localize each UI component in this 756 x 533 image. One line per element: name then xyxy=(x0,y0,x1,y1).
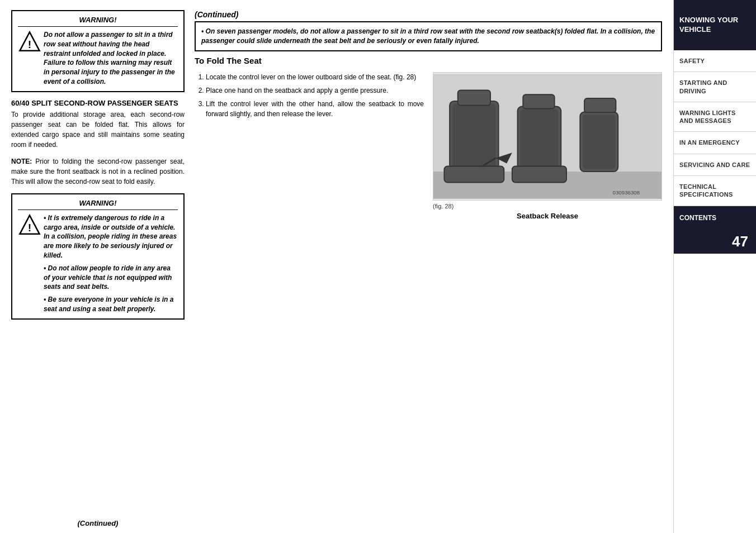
warning-triangle-icon-1: ! xyxy=(18,30,39,51)
right-bottom: Locate the control lever on the lower ou… xyxy=(195,72,662,527)
svg-rect-16 xyxy=(584,98,616,112)
sidebar-item-technical[interactable]: TECHNICAL SPECIFICATIONS xyxy=(674,176,756,206)
note-paragraph: NOTE: Prior to folding the second-row pa… xyxy=(11,156,185,187)
warning-text-right: • On seven passenger models, do not allo… xyxy=(201,27,655,46)
sidebar-item-warning-lights[interactable]: WARNING LIGHTS AND MESSAGES xyxy=(674,102,756,132)
seatback-label: Seatback Release xyxy=(433,212,662,220)
sidebar-item-contents[interactable]: CONTENTS xyxy=(674,206,756,230)
step-2: Place one hand on the seatback and apply… xyxy=(206,85,424,96)
seat-image: 030936308 xyxy=(433,72,662,201)
warning-text-1: Do not allow a passenger to sit in a thi… xyxy=(44,30,178,87)
page-number: 47 xyxy=(732,233,748,250)
right-column: (Continued) • On seven passenger models,… xyxy=(195,10,662,527)
page-number-bar: 47 xyxy=(674,230,756,254)
image-area-container: 030936308 (fig. 28) Seatback Release xyxy=(433,72,662,527)
fig-caption: (fig. 28) xyxy=(433,203,662,210)
left-column: WARNING! ! Do not allow a passenger to s… xyxy=(11,10,185,527)
continued-top: (Continued) xyxy=(195,10,662,19)
steps-area: Locate the control lever on the lower ou… xyxy=(195,72,424,527)
sidebar-top-label: KNOWING YOUR VEHICLE xyxy=(679,16,750,35)
warning-header-2: WARNING! xyxy=(18,199,178,210)
sidebar-top[interactable]: KNOWING YOUR VEHICLE xyxy=(674,0,756,50)
step-1: Locate the control lever on the lower ou… xyxy=(206,72,424,82)
warning-bullet-1: • It is extremely dangerous to ride in a… xyxy=(44,213,178,260)
svg-text:!: ! xyxy=(28,221,31,233)
svg-text:030936308: 030936308 xyxy=(613,189,640,196)
note-text: Prior to folding the second-row passenge… xyxy=(11,158,185,185)
warning-box-1: WARNING! ! Do not allow a passenger to s… xyxy=(11,10,185,92)
sidebar: KNOWING YOUR VEHICLE SAFETY STARTING AND… xyxy=(673,0,756,533)
warning-box-2: WARNING! ! • It is extremely dangerous t… xyxy=(11,193,185,320)
warning-header-1: WARNING! xyxy=(18,16,178,27)
svg-rect-15 xyxy=(523,94,554,108)
warning-bullet-2: • Do not allow people to ride in any are… xyxy=(44,264,178,292)
fold-heading: To Fold The Seat xyxy=(195,56,662,65)
svg-rect-13 xyxy=(583,115,615,169)
svg-rect-10 xyxy=(520,109,558,169)
sidebar-item-servicing[interactable]: SERVICING AND CARE xyxy=(674,154,756,176)
warning-bullet-3: • Be sure everyone in your vehicle is in… xyxy=(44,295,178,314)
warning-box-right: • On seven passenger models, do not allo… xyxy=(195,21,662,51)
svg-rect-14 xyxy=(458,90,490,105)
sidebar-item-starting[interactable]: STARTING AND DRIVING xyxy=(674,72,756,102)
note-bold: NOTE: xyxy=(11,158,32,165)
right-column-inner: (Continued) • On seven passenger models,… xyxy=(195,10,662,527)
warning-body-2: ! • It is extremely dangerous to ride in… xyxy=(18,213,178,314)
svg-text:!: ! xyxy=(28,39,31,50)
warning-triangle-icon-2: ! xyxy=(18,213,39,235)
sidebar-item-safety[interactable]: SAFETY xyxy=(674,50,756,72)
sidebar-footer: CONTENTS 47 xyxy=(674,206,756,254)
section-heading: 60/40 SPLIT SECOND-ROW PASSENGER SEATS T… xyxy=(11,99,185,150)
sidebar-item-emergency[interactable]: IN AN EMERGENCY xyxy=(674,132,756,154)
warning-bullets-2: • It is extremely dangerous to ride in a… xyxy=(44,213,178,314)
warning-body-1: ! Do not allow a passenger to sit in a t… xyxy=(18,30,178,87)
step-3: Lift the control lever with the other ha… xyxy=(206,99,424,119)
svg-rect-11 xyxy=(512,166,566,182)
bottom-continued-left: (Continued) xyxy=(11,515,185,527)
svg-rect-8 xyxy=(444,166,504,182)
svg-rect-7 xyxy=(452,103,496,169)
main-content: WARNING! ! Do not allow a passenger to s… xyxy=(0,0,673,533)
steps-list: Locate the control lever on the lower ou… xyxy=(195,72,424,119)
